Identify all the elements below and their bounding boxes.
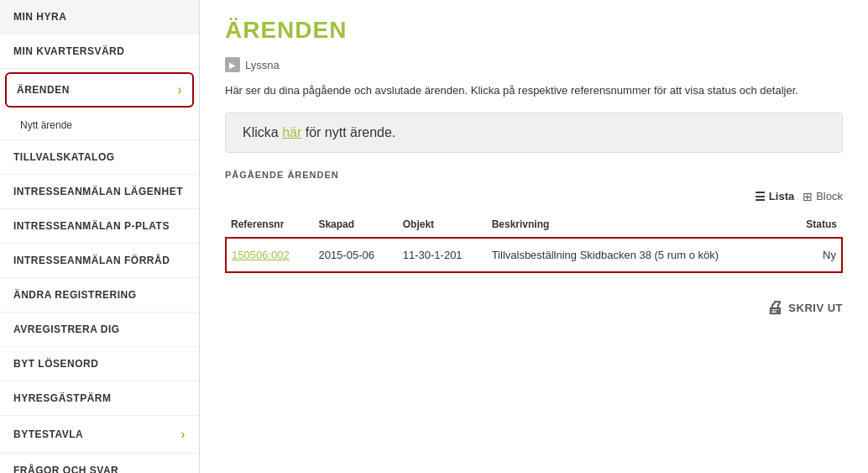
table-header-beskrivning: Beskrivning (487, 212, 790, 238)
sidebar-item-label: MIN KVARTERSVÄRD (13, 45, 124, 57)
sidebar-item-label: BYT LÖSENORD (13, 358, 98, 370)
description-text: Här ser du dina pågående och avslutade ä… (225, 82, 843, 99)
lista-icon: ☰ (755, 190, 766, 203)
sidebar-item-label: INTRESSEANMÄLAN FÖRRÅD (13, 255, 170, 266)
chevron-icon: › (180, 427, 186, 442)
table-cell-skapad: 2015-05-06 (313, 238, 397, 272)
sidebar: MIN HYRAMIN KVARTERSVÄRDÄRENDEN›Nytt äre… (0, 0, 200, 473)
sidebar-item-label: ÄNDRA REGISTRERING (13, 289, 137, 301)
listen-label: Lyssna (245, 59, 280, 71)
sidebar-item-label: FRÅGOR OCH SVAR (13, 465, 118, 473)
main-content: ÄRENDEN ▶ Lyssna Här ser du dina pågåend… (200, 0, 868, 473)
sidebar-item-label: ÄRENDEN (17, 84, 70, 96)
sidebar-item-min-kvartersvärd[interactable]: MIN KVARTERSVÄRD (0, 34, 199, 69)
table-row: 150506:0022015-05-0611-30-1-201Tillvalsb… (226, 238, 842, 272)
table-cell-status: Ny (790, 238, 842, 272)
table-header-objekt: Objekt (398, 212, 487, 238)
print-label: SKRIV UT (788, 302, 843, 314)
sidebar-item-label: INTRESSEANMÄLAN LÄGENHET (13, 186, 183, 197)
listen-icon: ▶ (225, 57, 240, 72)
view-block[interactable]: ⊞ Block (803, 190, 843, 203)
view-lista[interactable]: ☰ Lista (755, 190, 794, 203)
sidebar-item-byt-lösenord[interactable]: BYT LÖSENORD (0, 347, 199, 381)
table-cell-objekt: 11-30-1-201 (398, 238, 487, 272)
sidebar-item-frågor-och-svar[interactable]: FRÅGOR OCH SVAR (0, 454, 199, 473)
sidebar-item-label: MIN HYRA (13, 11, 66, 23)
sidebar-item-ändra-registrering[interactable]: ÄNDRA REGISTRERING (0, 278, 199, 313)
sidebar-item-avregistrera-dig[interactable]: AVREGISTRERA DIG (0, 313, 199, 347)
sidebar-item-bytestavla[interactable]: BYTESTAVLA› (0, 416, 199, 454)
new-case-text-before: Klicka (243, 125, 282, 139)
sidebar-item-label: INTRESSEANMÄLAN P-PLATS (13, 220, 170, 232)
table-header-row: ReferensnrSkapadObjektBeskrivningStatus (226, 212, 842, 238)
block-label: Block (816, 190, 843, 202)
lista-label: Lista (769, 190, 794, 202)
sidebar-item-hyresgästpärm[interactable]: HYRESGÄSTPÄRM (0, 381, 199, 416)
sidebar-item-tillvalskatalog[interactable]: TILLVALSKATALOG (0, 140, 199, 175)
new-case-link[interactable]: här (282, 125, 301, 139)
page-title: ÄRENDEN (225, 17, 843, 44)
table-header-referensnr: Referensnr (226, 212, 313, 238)
sidebar-item-label: HYRESGÄSTPÄRM (13, 392, 112, 404)
print-bar[interactable]: 🖨 SKRIV UT (225, 298, 843, 318)
sidebar-item-label: TILLVALSKATALOG (13, 151, 115, 163)
table-cell-referensnr[interactable]: 150506:002 (226, 238, 313, 272)
sidebar-item-intresseanmälan-förråd[interactable]: INTRESSEANMÄLAN FÖRRÅD (0, 244, 199, 278)
section-title: PÅGÅENDE ÄRENDEN (225, 170, 843, 180)
sidebar-sub-nytt-ärende[interactable]: Nytt ärende (0, 111, 199, 140)
chevron-icon: › (177, 82, 182, 97)
table-head: ReferensnrSkapadObjektBeskrivningStatus (226, 212, 842, 238)
new-case-box: Klicka här för nytt ärende. (225, 113, 843, 153)
view-toggle: ☰ Lista ⊞ Block (225, 190, 843, 203)
listen-bar[interactable]: ▶ Lyssna (225, 57, 843, 72)
table-header-skapad: Skapad (313, 212, 397, 238)
sidebar-item-ärenden[interactable]: ÄRENDEN› (5, 72, 194, 108)
new-case-text-after: för nytt ärende. (301, 125, 395, 139)
sidebar-item-min-hyra[interactable]: MIN HYRA (0, 0, 199, 34)
table-body: 150506:0022015-05-0611-30-1-201Tillvalsb… (226, 238, 842, 272)
block-icon: ⊞ (803, 190, 813, 203)
sidebar-item-intresseanmälan-lägenhet[interactable]: INTRESSEANMÄLAN LÄGENHET (0, 175, 199, 209)
print-icon: 🖨 (766, 298, 784, 318)
table-header-status: Status (790, 212, 842, 238)
referensnr-link[interactable]: 150506:002 (232, 249, 290, 261)
sidebar-item-intresseanmälan-p-plats[interactable]: INTRESSEANMÄLAN P-PLATS (0, 209, 199, 244)
cases-table: ReferensnrSkapadObjektBeskrivningStatus … (225, 212, 843, 273)
sidebar-item-label: BYTESTAVLA (13, 428, 83, 440)
sidebar-item-label: AVREGISTRERA DIG (13, 323, 120, 335)
table-cell-beskrivning: Tillvalsbeställning Skidbacken 38 (5 rum… (487, 238, 790, 272)
